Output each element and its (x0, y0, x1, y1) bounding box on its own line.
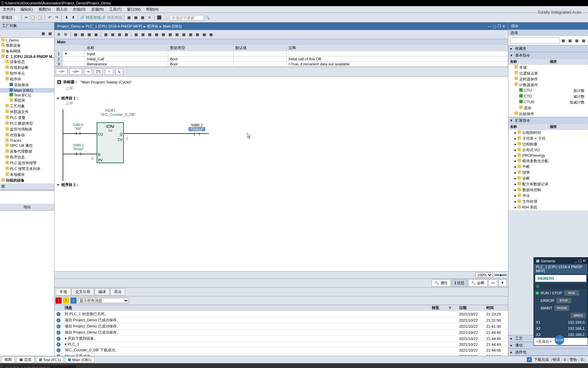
message-row[interactable]: ✓到 PLC_1 的连接已关闭。2021/10/2221:23:29 (54, 311, 508, 317)
subtab-general[interactable]: 常规 (56, 288, 71, 295)
editor-tool-icon[interactable]: ▦ (201, 31, 207, 37)
editor-tool-icon[interactable]: ▦ (86, 31, 92, 37)
favorites-section[interactable]: ▸收藏夹 (508, 45, 588, 52)
options-pkg-section[interactable]: ▸选件包 (508, 349, 588, 355)
basic-instructions-section[interactable]: ▾基本指令 (508, 52, 588, 59)
tree-item[interactable]: 添加新块 (0, 82, 54, 88)
tree-item[interactable]: C_1 [CPU 1518-4 PN/DP M... (0, 54, 54, 59)
inspector-layout-icon[interactable]: ▭ (488, 279, 498, 287)
tree-toolbar-icon[interactable]: ▦ (47, 30, 53, 36)
close-icon[interactable]: ✕ (502, 22, 505, 30)
options-section[interactable]: 选项 (508, 30, 588, 36)
menu-view[interactable]: 视图(V) (36, 6, 54, 13)
undo-icon[interactable]: ↶ (47, 15, 53, 21)
message-row[interactable]: ✓项目 Project_Demo 已成功保存。2021/10/2221:31:5… (54, 317, 508, 323)
block-comment[interactable]: 注释 (57, 86, 505, 91)
editor-tool-icon[interactable]: ⚙ (63, 31, 69, 37)
subtab-compile[interactable]: 编译 (95, 288, 110, 295)
menu-online[interactable]: 在线(O) (70, 6, 88, 13)
split-icon[interactable]: ⬜ (163, 15, 169, 21)
menu-file[interactable]: 文件(F) (0, 6, 18, 13)
instruction-folder[interactable]: ▸ 寻址 (508, 193, 588, 199)
tree-item[interactable]: 在线和诊断 (0, 65, 54, 71)
tree-item[interactable]: PLC 数据类型 (0, 121, 54, 126)
collapse-icon[interactable]: ▾ (57, 96, 59, 101)
instruction-item[interactable]: 原有 (508, 105, 588, 111)
instruction-item[interactable]: CTUD加减计数 (508, 99, 588, 105)
tree-item[interactable]: 备和网络 (0, 48, 54, 54)
tree-item[interactable]: 程序信息 (0, 154, 54, 160)
tree-item[interactable]: 分组的设备 (0, 178, 54, 183)
tree-item[interactable]: 程序块 (0, 76, 54, 82)
instruction-folder[interactable]: ▸ 模块参数化分配 (508, 158, 588, 164)
search-icon[interactable]: 🔍 (205, 15, 211, 21)
editor-tool-icon[interactable]: ▦ (133, 31, 139, 37)
instruction-folder[interactable]: ▸ 数据块控制 (508, 187, 588, 193)
menu-window[interactable]: 窗口(W) (124, 6, 143, 13)
output-coil[interactable]: %M0.2 "Output" ⟮ ⟯ (189, 123, 205, 137)
editor-tool-icon[interactable]: ▦ (72, 31, 79, 37)
download-icon[interactable]: ⬇ (63, 15, 69, 21)
tree-footer-tab[interactable]: 图 (0, 183, 54, 190)
info-filter-icon[interactable]: i (70, 297, 77, 304)
editor-tool-icon[interactable]: ▦ (93, 31, 99, 37)
menu-options[interactable]: 选项(N) (88, 6, 107, 13)
tab-overview[interactable]: ▦ 总览 (16, 356, 35, 363)
editor-tool-icon[interactable]: ▦ (187, 31, 194, 37)
tab-test-fc1[interactable]: Test (FC1) (36, 357, 64, 363)
breadcrumb-item[interactable]: Project_Demo (57, 22, 81, 30)
instruction-item[interactable]: 常规 (508, 65, 588, 71)
breadcrumb-item[interactable]: PLC_1 [CPU 1518-4 PN/DP MFP] (86, 22, 142, 30)
toolbar-icon[interactable]: 📄 (13, 15, 19, 21)
editor-tool-icon[interactable]: ▦ (208, 31, 214, 37)
tree-item[interactable]: 监控与强制表 (0, 126, 54, 132)
no-contact-icon[interactable]: ⊣ ⊢ (73, 151, 84, 156)
copy-icon[interactable]: 📋 (30, 15, 36, 21)
message-grid[interactable]: 消息 转至 ? 日期 时间 ✓到 PLC_1 的连接已关闭。2021/10/22… (54, 305, 508, 356)
message-row[interactable]: ✓ 'IEC_Counter_0_DB' 下载成功。2021/10/2221:4… (54, 347, 508, 353)
instruction-item[interactable]: 比较操作 (508, 111, 588, 117)
tree-item[interactable]: PLC 报警文本列表 (0, 166, 54, 172)
contact-nc-icon[interactable]: ⊣/⊢ (69, 68, 82, 75)
tree-item[interactable]: Test [FC1] (0, 93, 54, 97)
network-comment[interactable]: 注释 (57, 101, 505, 106)
editor-tool-icon[interactable]: ▦ (160, 31, 166, 37)
tree-item[interactable]: OPC UA 通信 (0, 143, 54, 149)
message-row[interactable]: ✓项目 Project_Demo 已成功保存。2021/10/2221:44:4… (54, 329, 508, 336)
instruction-item[interactable]: CTU加计数 (508, 88, 588, 94)
instruction-folder[interactable]: ▸ 过程映像 (508, 141, 588, 147)
go-online-button[interactable]: 🔗 转至在线 (80, 15, 101, 20)
editor-tool-icon[interactable]: ▦ (147, 31, 153, 37)
tree-item[interactable]: Traces (0, 138, 54, 143)
tree-item[interactable]: PLC 变量 (0, 115, 54, 121)
tab-main-ob1[interactable]: Main (OB1) (65, 357, 94, 363)
editor-tool-icon[interactable]: ▦ (123, 31, 129, 37)
warning-filter-icon[interactable]: ! (63, 297, 69, 304)
ladder-editor[interactable]: ▾ 块标题： "Main Program Sweep (Cycle)" 注释 ▾… (54, 77, 508, 271)
instruction-folder[interactable]: ▸ 报警 (508, 170, 588, 175)
save-project-button[interactable]: 存项目 (1, 15, 13, 20)
editor-tool-icon[interactable]: ▦ (103, 31, 109, 37)
ctu-block[interactable]: CTU Int CU Q CV R PV (97, 122, 124, 163)
stop-button[interactable]: STOP (556, 298, 571, 303)
subtab-xref[interactable]: 交叉引用 (71, 288, 94, 295)
branch-icon[interactable]: ↳ (115, 68, 123, 75)
plc-sim-panel[interactable]: ▦Siemens_ ▢ ✕ PLC_1 [CPU 1518-4 PN/DP MF… (534, 257, 588, 346)
instruction-folder[interactable]: ▸ PROFIenergy (508, 153, 588, 158)
instruction-folder[interactable]: ▸ 文件处理 (508, 199, 588, 204)
tree-item[interactable]: 加新设备 (0, 43, 54, 48)
split-icon[interactable]: ⬛ (156, 15, 162, 21)
tree-item[interactable]: 外部源文件 (0, 109, 54, 115)
instruction-folder[interactable]: ▸ 日期和时间 (508, 130, 588, 136)
run-button[interactable]: RUN (564, 290, 579, 296)
instruction-folder[interactable]: ▸ 分布式 I/O (508, 147, 588, 153)
instruction-item[interactable]: 位逻辑运算 (508, 71, 588, 76)
pv-value[interactable]: 3 (91, 156, 93, 160)
os-search-input[interactable] (2, 365, 77, 368)
box-icon[interactable]: [?] (94, 68, 103, 75)
toolbar-icon[interactable]: ▦ (560, 37, 566, 44)
tab-properties[interactable]: 🔍 属性 (431, 279, 451, 287)
minimize-icon[interactable]: — (488, 22, 491, 30)
coil-icon[interactable]: ⊸ (84, 68, 92, 75)
power-icon[interactable]: ⏻ (536, 284, 540, 288)
